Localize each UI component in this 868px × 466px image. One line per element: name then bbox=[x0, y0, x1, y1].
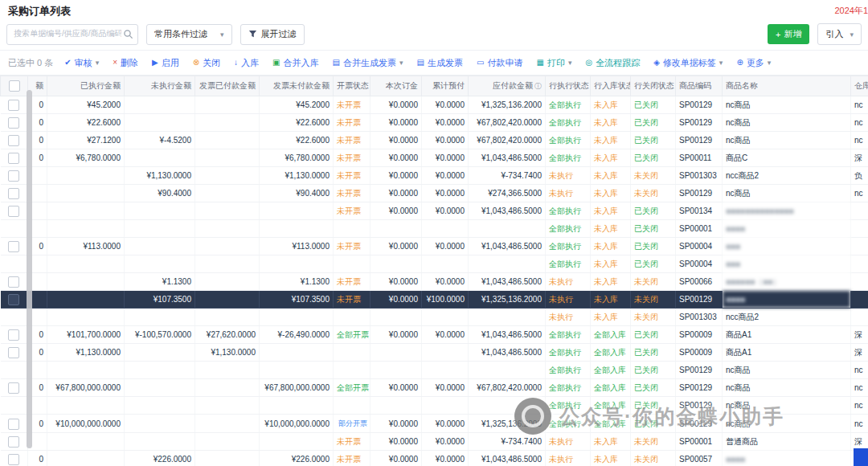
table-row[interactable]: 0¥1,130.0000¥1,130.0000¥1,043,486.5000全部… bbox=[1, 344, 868, 362]
row-checkbox[interactable] bbox=[8, 135, 19, 146]
row-checkbox-cell[interactable] bbox=[1, 220, 28, 238]
table-row[interactable]: 0¥113.0000¥113.0000未开票¥0.0000¥0.0000¥1,0… bbox=[1, 238, 868, 255]
payment-request-button[interactable]: ▭付款申请 bbox=[477, 57, 522, 69]
table-row[interactable]: 全部执行未入库已关闭SP00001■■■■ bbox=[1, 220, 868, 238]
row-checkbox-cell[interactable] bbox=[1, 362, 28, 379]
status-text: 未入库 bbox=[594, 295, 618, 304]
table-row[interactable]: 0¥101,700.0000¥-100,570.0000¥27,620.0000… bbox=[1, 326, 868, 344]
row-checkbox[interactable] bbox=[8, 276, 19, 288]
table-row[interactable]: ¥107.3500¥107.3500未开票¥0.0000¥100.0000¥1,… bbox=[1, 291, 868, 309]
add-button[interactable]: + 新增 bbox=[768, 24, 809, 44]
invoice-unpaid-amount: ¥6,780.0000 bbox=[260, 149, 334, 167]
select-all-checkbox[interactable] bbox=[9, 80, 20, 92]
row-checkbox-cell[interactable] bbox=[1, 185, 28, 202]
row-checkbox[interactable] bbox=[8, 294, 19, 305]
search-input[interactable] bbox=[7, 25, 121, 43]
line-close-status: 已关闭 bbox=[631, 344, 676, 362]
row-checkbox-cell[interactable] bbox=[1, 451, 28, 466]
row-checkbox[interactable] bbox=[8, 206, 19, 217]
row-checkbox[interactable] bbox=[8, 117, 19, 129]
left-scrollbar-thumb[interactable] bbox=[27, 90, 32, 448]
table-row[interactable]: ¥1,130.0000¥1,130.0000未开票¥0.0000¥0.0000¥… bbox=[1, 167, 868, 185]
row-checkbox-cell[interactable] bbox=[1, 309, 28, 326]
row-checkbox-cell[interactable] bbox=[1, 326, 28, 344]
table-row[interactable]: 未开票¥0.0000¥0.0000¥-734.7400未执行未入库未关闭SP00… bbox=[1, 433, 868, 451]
row-checkbox[interactable] bbox=[8, 454, 19, 465]
unexecuted-amount bbox=[125, 114, 195, 132]
row-checkbox-cell[interactable] bbox=[1, 415, 28, 433]
row-checkbox-cell[interactable] bbox=[1, 132, 28, 149]
enable-button[interactable]: ▶启用 bbox=[152, 57, 179, 69]
import-button[interactable]: 引入 ▾ bbox=[817, 23, 862, 45]
unexecuted-amount bbox=[125, 415, 195, 433]
line-close-status: 未关闭 bbox=[631, 273, 676, 291]
process-track-button[interactable]: ◎全流程跟踪 bbox=[585, 57, 640, 69]
row-checkbox-cell[interactable] bbox=[1, 238, 28, 255]
product-name: ■■■ bbox=[723, 238, 851, 255]
warehouse: 负 bbox=[851, 167, 868, 185]
row-checkbox-cell[interactable] bbox=[1, 167, 28, 185]
row-checkbox-cell[interactable] bbox=[1, 149, 28, 167]
table-row[interactable]: 未开票¥0.0000¥0.0000¥1,043,486.5000全部执行未入库已… bbox=[1, 202, 868, 220]
merge-invoice-button[interactable]: ▤合并生成发票▾ bbox=[333, 57, 403, 69]
invoice-status: 未开票 bbox=[334, 433, 371, 451]
table-row[interactable]: 0¥6,780.0000¥6,780.0000未开票¥0.0000¥0.0000… bbox=[1, 149, 868, 167]
table-row[interactable]: 全部执行全部入库已关闭SP00129nc商品nc bbox=[1, 362, 868, 379]
payable-amount: ¥1,043,486.5000 bbox=[469, 238, 546, 255]
table-row[interactable]: ¥1.1300¥1.1300未开票¥0.0000¥0.0000¥1,043,48… bbox=[1, 273, 868, 291]
line-stock-status: 未入库 bbox=[591, 149, 631, 167]
row-checkbox-cell[interactable] bbox=[1, 202, 28, 220]
row-checkbox-cell[interactable] bbox=[1, 291, 28, 309]
delete-button[interactable]: ×删除 bbox=[113, 57, 138, 69]
row-checkbox[interactable] bbox=[8, 347, 19, 358]
table-row[interactable]: 0¥67,800,000.0000¥67,800,000.0000全部开票¥0.… bbox=[1, 379, 868, 397]
table-row[interactable]: 0¥22.6000¥22.6000未开票¥0.0000¥0.0000¥67,80… bbox=[1, 114, 868, 132]
table-row[interactable]: ¥90.4000¥90.4000未开票¥0.0000¥0.0000¥274,36… bbox=[1, 185, 868, 202]
row-checkbox-cell[interactable] bbox=[1, 433, 28, 451]
row-checkbox-cell[interactable] bbox=[1, 273, 28, 291]
row-checkbox-cell[interactable] bbox=[1, 379, 28, 397]
row-checkbox[interactable] bbox=[8, 100, 19, 111]
status-text: 未关闭 bbox=[634, 313, 658, 321]
invoice-paid-amount bbox=[195, 202, 260, 220]
line-stock-status: 未入库 bbox=[591, 433, 631, 451]
approve-button[interactable]: ✔审核▾ bbox=[64, 57, 99, 69]
unexecuted-amount bbox=[125, 309, 195, 326]
row-checkbox[interactable] bbox=[8, 382, 19, 394]
product-name: 普通商品 bbox=[723, 433, 851, 451]
table-row[interactable]: 0¥226.0000¥226.0000未开票¥0.0000¥0.0000¥1,0… bbox=[1, 451, 868, 466]
row-checkbox-cell[interactable] bbox=[1, 397, 28, 415]
more-button[interactable]: ⊕更多▾ bbox=[736, 57, 771, 69]
create-invoice-button[interactable]: ▤生成发票 bbox=[417, 57, 463, 69]
line-stock-status: 未入库 bbox=[591, 309, 631, 326]
table-row[interactable]: 未执行未入库未关闭SP001303ncc商品2 bbox=[1, 309, 868, 326]
close-button[interactable]: ⊗关闭 bbox=[193, 57, 220, 69]
row-checkbox[interactable] bbox=[8, 419, 19, 430]
product-name: nc商品 bbox=[723, 185, 851, 202]
row-checkbox-cell[interactable] bbox=[1, 344, 28, 362]
expand-filter-button[interactable]: 展开过滤 bbox=[240, 24, 305, 45]
inbound-button[interactable]: ↓入库 bbox=[234, 57, 259, 69]
column-header: 本次订金 bbox=[371, 76, 422, 96]
row-checkbox[interactable] bbox=[8, 436, 19, 448]
merge-inbound-button[interactable]: ▣合并入库 bbox=[272, 57, 318, 69]
product-name: ■■■■■■（■■） bbox=[723, 273, 851, 291]
row-checkbox[interactable] bbox=[8, 188, 19, 199]
table-row[interactable]: 全部执行未入库已关闭SP00004■■■ bbox=[1, 255, 868, 273]
approve-check-icon: ✔ bbox=[64, 59, 71, 67]
preset-filter-select[interactable]: 常用条件过滤 ▾ bbox=[146, 24, 232, 45]
table-row[interactable]: 0¥45.2000¥45.2000未开票¥0.0000¥0.0000¥1,325… bbox=[1, 96, 868, 114]
row-checkbox-cell[interactable] bbox=[1, 255, 28, 273]
row-checkbox[interactable] bbox=[8, 241, 19, 252]
payable-amount: ¥1,325,136.2000 bbox=[469, 96, 546, 114]
row-checkbox[interactable] bbox=[8, 329, 19, 341]
preset-filter-label: 常用条件过滤 bbox=[154, 28, 207, 40]
row-checkbox-cell[interactable] bbox=[1, 114, 28, 132]
row-checkbox[interactable] bbox=[8, 170, 19, 182]
row-checkbox[interactable] bbox=[8, 153, 19, 164]
print-button[interactable]: ▦打印▾ bbox=[536, 57, 571, 69]
row-checkbox-cell[interactable] bbox=[1, 96, 28, 114]
edit-tags-button[interactable]: ◈修改单据标签▾ bbox=[653, 57, 723, 69]
line-close-status: 已关闭 bbox=[631, 362, 676, 379]
table-row[interactable]: 0¥27.1200¥-4.5200¥22.6000未开票¥0.0000¥0.00… bbox=[1, 132, 868, 149]
